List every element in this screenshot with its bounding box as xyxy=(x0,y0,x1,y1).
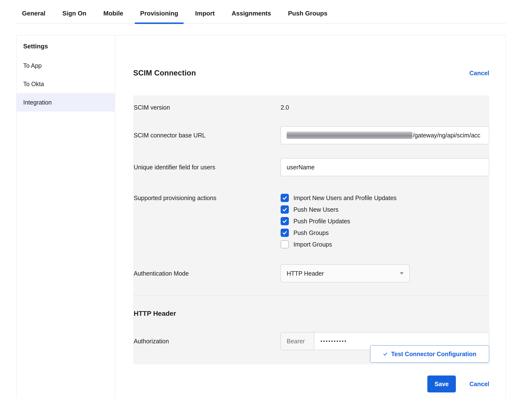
authentication-mode-row: Authentication Mode HTTP Header xyxy=(133,264,489,282)
checkmark-icon xyxy=(282,230,287,235)
authorization-token-input[interactable]: •••••••••• xyxy=(314,332,347,350)
authentication-mode-value: HTTP Header xyxy=(287,270,324,277)
base-url-label: SCIM connector base URL xyxy=(133,132,281,139)
tab-push-groups[interactable]: Push Groups xyxy=(288,0,327,23)
base-url-visible-text: /gateway/ng/api/scim/acc xyxy=(413,132,480,139)
checkbox-checked-icon[interactable] xyxy=(281,217,289,225)
checkbox-push-profile-updates[interactable]: Push Profile Updates xyxy=(281,215,489,227)
scim-version-row: SCIM version 2.0 xyxy=(133,103,489,112)
cancel-link-top[interactable]: Cancel xyxy=(469,70,489,77)
sidebar-item-to-okta[interactable]: To Okta xyxy=(17,75,115,93)
tab-provisioning[interactable]: Provisioning xyxy=(140,0,178,23)
provisioning-actions-label: Supported provisioning actions xyxy=(133,192,281,202)
checkmark-icon xyxy=(282,218,287,224)
checkbox-import-new-users[interactable]: Import New Users and Profile Updates xyxy=(281,192,489,204)
scim-connection-form: SCIM version 2.0 SCIM connector base URL… xyxy=(133,95,489,364)
base-url-row: SCIM connector base URL /gateway/ng/api/… xyxy=(133,126,489,144)
test-connector-label: Test Connector Configuration xyxy=(391,351,476,358)
sidebar-title: Settings xyxy=(23,43,115,50)
checkbox-checked-icon[interactable] xyxy=(281,229,289,237)
unique-identifier-row: Unique identifier field for users userNa… xyxy=(133,158,489,176)
checkbox-push-new-users[interactable]: Push New Users xyxy=(281,204,489,215)
content-header: SCIM Connection Cancel xyxy=(133,69,489,77)
authorization-label: Authorization xyxy=(133,338,281,345)
scim-version-label: SCIM version xyxy=(133,104,281,111)
checkmark-icon xyxy=(282,207,287,212)
sidebar-item-integration[interactable]: Integration xyxy=(17,93,115,112)
checkbox-checked-icon[interactable] xyxy=(281,205,289,214)
checkbox-unchecked-icon[interactable] xyxy=(281,240,289,248)
checkmark-icon xyxy=(282,195,287,201)
page-title: SCIM Connection xyxy=(133,69,196,77)
tab-bar: General Sign On Mobile Provisioning Impo… xyxy=(16,0,506,23)
tab-general[interactable]: General xyxy=(22,0,45,23)
section-divider xyxy=(133,296,489,296)
tab-mobile[interactable]: Mobile xyxy=(103,0,123,23)
http-header-section-title: HTTP Header xyxy=(134,310,176,317)
authentication-mode-select[interactable]: HTTP Header xyxy=(281,264,410,282)
form-actions: Save Cancel xyxy=(133,375,489,392)
settings-sidebar: Settings To App To Okta Integration xyxy=(17,35,115,398)
cancel-link-bottom[interactable]: Cancel xyxy=(469,381,489,388)
unique-identifier-input[interactable]: userName xyxy=(281,158,489,176)
chevron-down-icon xyxy=(400,272,404,275)
checkbox-label: Import New Users and Profile Updates xyxy=(293,195,397,202)
scim-version-value: 2.0 xyxy=(281,104,289,111)
checkbox-label: Import Groups xyxy=(293,241,332,248)
base-url-input[interactable]: /gateway/ng/api/scim/acc xyxy=(281,126,489,144)
provisioning-actions-row: Supported provisioning actions Import Ne… xyxy=(133,192,489,250)
test-connector-configuration-button[interactable]: Test Connector Configuration xyxy=(370,345,489,363)
checkbox-push-groups[interactable]: Push Groups xyxy=(281,227,489,239)
checkbox-label: Push Groups xyxy=(293,229,329,236)
provisioning-actions-options: Import New Users and Profile Updates Pus… xyxy=(281,192,489,250)
authentication-mode-label: Authentication Mode xyxy=(133,270,281,277)
tab-import[interactable]: Import xyxy=(195,0,215,23)
checkbox-import-groups[interactable]: Import Groups xyxy=(281,239,489,250)
bearer-prefix: Bearer xyxy=(281,332,314,350)
redacted-url-mask xyxy=(287,132,412,139)
save-button[interactable]: Save xyxy=(427,375,456,392)
checkbox-label: Push New Users xyxy=(293,206,338,213)
tab-assignments[interactable]: Assignments xyxy=(232,0,271,23)
unique-identifier-value: userName xyxy=(287,164,314,171)
checkbox-checked-icon[interactable] xyxy=(281,194,289,202)
checkbox-label: Push Profile Updates xyxy=(293,218,350,225)
tab-list: General Sign On Mobile Provisioning Impo… xyxy=(16,0,506,23)
tab-sign-on[interactable]: Sign On xyxy=(62,0,87,23)
sidebar-item-to-app[interactable]: To App xyxy=(17,56,115,75)
provisioning-panel: Settings To App To Okta Integration SCIM… xyxy=(16,35,506,398)
check-icon xyxy=(383,352,388,356)
unique-identifier-label: Unique identifier field for users xyxy=(133,164,281,171)
